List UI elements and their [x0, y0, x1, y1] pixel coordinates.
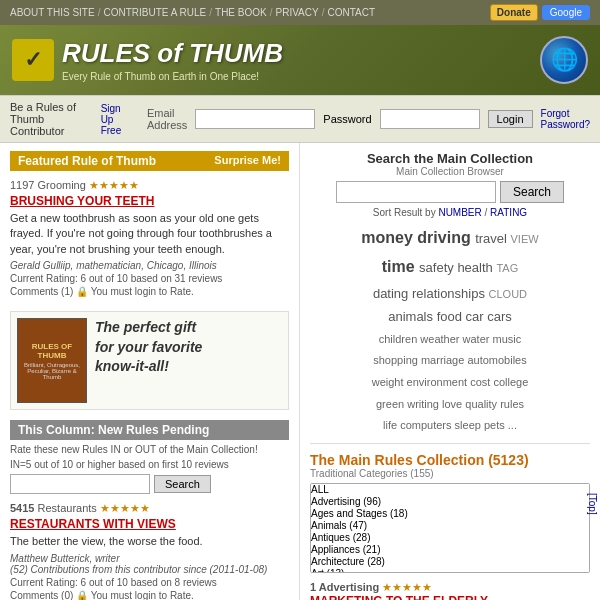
ad-title-link[interactable]: MARKETING TO THE ELDERLY: [310, 594, 590, 600]
new-rules-search-button[interactable]: Search: [154, 475, 211, 493]
donate-button[interactable]: Donate: [490, 4, 538, 21]
tag-shopping[interactable]: shopping: [373, 354, 421, 366]
cat-architecture[interactable]: Architecture (28): [311, 556, 589, 568]
tag-travel[interactable]: travel: [475, 231, 510, 246]
tag-pets[interactable]: pets: [484, 419, 508, 431]
sort-rating-link[interactable]: RATING: [490, 207, 527, 218]
login-button[interactable]: Login: [488, 110, 533, 128]
tag-cloud[interactable]: CLOUD: [489, 288, 528, 300]
tag-automobiles[interactable]: automobiles: [467, 354, 526, 366]
pending-comments-1-link[interactable]: Comments (0): [10, 590, 73, 600]
tag-marriage[interactable]: marriage: [421, 354, 467, 366]
tag-dating[interactable]: dating: [373, 286, 412, 301]
tag-water[interactable]: water: [463, 333, 493, 345]
surprise-link[interactable]: Surprise Me!: [214, 154, 281, 168]
top-link[interactable]: [Top]: [587, 493, 598, 515]
tag-life[interactable]: life: [383, 419, 400, 431]
tag-view[interactable]: VIEW: [511, 233, 539, 245]
tag-weight[interactable]: weight: [372, 376, 407, 388]
nav-privacy[interactable]: PRIVACY: [276, 7, 319, 18]
tag-money[interactable]: money: [361, 229, 417, 246]
nav-contribute[interactable]: CONTRIBUTE A RULE: [103, 7, 206, 18]
new-rules-in-label: IN=5 out of 10 or higher based on first …: [10, 459, 289, 470]
pending-rule-1-number: 5415 Restaurants ★★★★★: [10, 502, 289, 515]
tag-safety[interactable]: safety: [419, 260, 457, 275]
signup-link[interactable]: Sign Up Free: [101, 103, 131, 136]
cat-advertising[interactable]: Advertising (96): [311, 496, 589, 508]
main-search-button[interactable]: Search: [500, 181, 564, 203]
search-main-sub: Main Collection Browser: [310, 166, 590, 177]
tag-car[interactable]: car: [466, 309, 488, 324]
divider-2: [310, 443, 590, 444]
tag-weather[interactable]: weather: [420, 333, 462, 345]
left-column: Featured Rule of Thumb Surprise Me! 1197…: [0, 143, 300, 600]
book-advertisement[interactable]: RULES OF THUMB Brilliant, Outrageous, Pe…: [10, 311, 289, 410]
pending-rule-1-author: Matthew Butterick, writer: [10, 553, 289, 564]
tag-cost[interactable]: cost: [470, 376, 493, 388]
nav-about[interactable]: ABOUT THIS SITE: [10, 7, 95, 18]
search-main-header: Search the Main Collection: [310, 151, 590, 166]
rule-title[interactable]: BRUSHING YOUR TEETH: [10, 194, 289, 208]
tag-health[interactable]: health: [457, 260, 496, 275]
tag-quality[interactable]: quality: [465, 398, 500, 410]
logo-subtitle: Every Rule of Thumb on Earth in One Plac…: [62, 71, 283, 82]
tag-rules[interactable]: rules: [500, 398, 524, 410]
tag-cars[interactable]: cars: [487, 309, 512, 324]
checkmark-icon: ✓: [12, 39, 54, 81]
sort-number-link[interactable]: NUMBER: [438, 207, 481, 218]
login-bar: Be a Rules of Thumb Contributor Sign Up …: [0, 95, 600, 143]
new-rules-section: This Column: New Rules Pending Rate thes…: [10, 420, 289, 600]
contributor-text: Be a Rules of Thumb Contributor: [10, 101, 93, 137]
pending-rule-1: 5415 Restaurants ★★★★★ RESTAURANTS WITH …: [10, 502, 289, 600]
book-ad-text: The perfect gift for your favorite know-…: [95, 318, 202, 403]
main-search-input[interactable]: [336, 181, 496, 203]
pending-rule-1-contrib: (52) Contributions from this contributor…: [10, 564, 289, 575]
main-collection-header: The Main Rules Collection (5123): [310, 452, 590, 468]
tag-love[interactable]: love: [442, 398, 465, 410]
tag-time[interactable]: time: [382, 258, 419, 275]
tag-college[interactable]: college: [493, 376, 528, 388]
tag-driving[interactable]: driving: [417, 229, 475, 246]
category-select[interactable]: ALL Advertising (96) Ages and Stages (18…: [310, 483, 590, 573]
comments-link[interactable]: Comments (1): [10, 286, 73, 297]
cat-animals[interactable]: Animals (47): [311, 520, 589, 532]
nav-book[interactable]: THE BOOK: [215, 7, 267, 18]
main-content: Featured Rule of Thumb Surprise Me! 1197…: [0, 143, 600, 600]
featured-title: Featured Rule of Thumb: [18, 154, 156, 168]
nav-contact[interactable]: CONTACT: [327, 7, 375, 18]
pending-rule-1-comments: Comments (0) 🔒 You must login to Rate.: [10, 590, 289, 600]
new-rules-header: This Column: New Rules Pending: [10, 420, 289, 440]
forgot-password-link[interactable]: Forgot Password?: [541, 108, 590, 130]
cat-art[interactable]: Art (13): [311, 568, 589, 573]
tag-music[interactable]: music: [493, 333, 522, 345]
tag-computers[interactable]: computers: [400, 419, 454, 431]
pending-rule-1-title[interactable]: RESTAURANTS WITH VIEWS: [10, 517, 289, 531]
cat-ages[interactable]: Ages and Stages (18): [311, 508, 589, 520]
featured-header: Featured Rule of Thumb Surprise Me!: [10, 151, 289, 171]
tag-animals[interactable]: animals: [388, 309, 436, 324]
new-rules-search-row: Search: [10, 474, 289, 494]
email-input[interactable]: [195, 109, 315, 129]
cat-appliances[interactable]: Appliances (21): [311, 544, 589, 556]
google-button[interactable]: Google: [542, 5, 590, 20]
tag-food[interactable]: food: [437, 309, 466, 324]
logo-area: ✓ RULES of THUMB Every Rule of Thumb on …: [12, 38, 283, 82]
tag-green[interactable]: green: [376, 398, 407, 410]
logo-rules: RULES of THUMB: [62, 38, 283, 68]
tag-children[interactable]: children: [379, 333, 421, 345]
rule-rating: Current Rating: 6 out of 10 based on 31 …: [10, 273, 289, 284]
tag-environment[interactable]: environment: [407, 376, 471, 388]
tag-relationships[interactable]: relationships: [412, 286, 489, 301]
tag-tag[interactable]: TAG: [496, 262, 518, 274]
new-rules-search-input[interactable]: [10, 474, 150, 494]
right-column: Search the Main Collection Main Collecti…: [300, 143, 600, 600]
tag-sleep[interactable]: sleep: [455, 419, 484, 431]
search-main-row: Search: [310, 181, 590, 203]
cat-all[interactable]: ALL: [311, 484, 589, 496]
password-input[interactable]: [380, 109, 480, 129]
password-label: Password: [323, 113, 371, 125]
cat-antiques[interactable]: Antiques (28): [311, 532, 589, 544]
tag-writing[interactable]: writing: [407, 398, 442, 410]
new-rules-description: Rate these new Rules IN or OUT of the Ma…: [10, 444, 289, 455]
tag-more[interactable]: ...: [508, 419, 517, 431]
